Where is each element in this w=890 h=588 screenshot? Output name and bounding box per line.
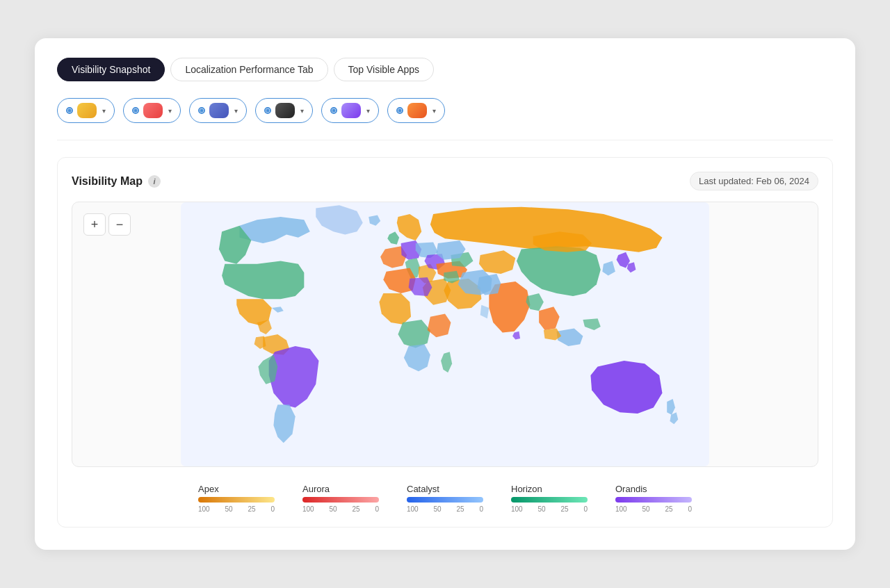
filter-row: ▾ ▾ ▾ ▾ ▾ ▾ [57,98,833,140]
filter-chevron-orandis: ▾ [366,107,370,115]
filter-chevron-horizon: ▾ [300,107,304,115]
filter-horizon[interactable]: ▾ [255,98,313,123]
legend-orandis-scale: 100 50 25 0 [615,505,692,513]
legend-orandis-name: Orandis [615,484,647,494]
filter-icon-extra [407,103,427,118]
legend-horizon: Horizon 100 50 25 0 [511,484,588,513]
map-header: Visibility Map i Last updated: Feb 06, 2… [72,172,818,190]
legend-apex: Apex 100 50 25 0 [198,484,275,513]
filter-icon-apex [77,103,97,118]
map-container: + − [72,202,818,467]
legend-catalyst-name: Catalyst [407,484,439,494]
main-card: Visibility Snapshot Localization Perform… [35,38,855,550]
filter-catalyst[interactable]: ▾ [189,98,247,123]
map-title-text: Visibility Map [72,175,143,188]
filter-dot-orandis [330,107,337,114]
legend-apex-scale: 100 50 25 0 [198,505,275,513]
zoom-in-button[interactable]: + [83,213,106,236]
legend-horizon-gradient [511,497,588,503]
filter-dot-horizon [264,107,271,114]
filter-dot-extra [396,107,403,114]
filter-dot-apex [66,107,73,114]
map-legend: Apex 100 50 25 0 Aurora 100 50 25 0 [72,478,818,513]
legend-horizon-scale: 100 50 25 0 [511,505,588,513]
filter-icon-horizon [275,103,295,118]
filter-apex[interactable]: ▾ [57,98,115,123]
map-section: Visibility Map i Last updated: Feb 06, 2… [57,157,833,528]
filter-dot-aurora [132,107,139,114]
filter-extra[interactable]: ▾ [387,98,445,123]
last-updated-badge: Last updated: Feb 06, 2024 [690,172,818,190]
legend-apex-gradient [198,497,275,503]
zoom-out-button[interactable]: − [108,213,131,236]
legend-orandis-gradient [615,497,692,503]
filter-icon-catalyst [209,103,229,118]
legend-catalyst-scale: 100 50 25 0 [407,505,483,513]
map-title-container: Visibility Map i [72,175,161,188]
filter-orandis[interactable]: ▾ [321,98,379,123]
legend-apex-name: Apex [198,484,219,494]
filter-dot-catalyst [198,107,205,114]
filter-chevron-catalyst: ▾ [234,107,238,115]
legend-horizon-name: Horizon [511,484,542,494]
filter-icon-aurora [143,103,163,118]
tab-visibility-snapshot[interactable]: Visibility Snapshot [57,58,165,81]
legend-aurora-gradient [302,497,379,503]
zoom-controls: + − [83,213,131,236]
filter-chevron-aurora: ▾ [168,107,172,115]
filter-icon-orandis [341,103,361,118]
tab-top-visible-apps[interactable]: Top Visible Apps [334,58,434,81]
world-map [72,202,818,466]
tab-localization-performance[interactable]: Localization Performance Tab [170,58,327,81]
filter-chevron-extra: ▾ [432,107,436,115]
filter-chevron-apex: ▾ [102,107,106,115]
legend-aurora-name: Aurora [302,484,330,494]
legend-aurora-scale: 100 50 25 0 [302,505,379,513]
filter-aurora[interactable]: ▾ [123,98,181,123]
legend-aurora: Aurora 100 50 25 0 [302,484,379,513]
info-icon[interactable]: i [148,175,161,188]
legend-catalyst: Catalyst 100 50 25 0 [407,484,483,513]
tab-bar: Visibility Snapshot Localization Perform… [57,58,833,81]
legend-catalyst-gradient [407,497,483,503]
legend-orandis: Orandis 100 50 25 0 [615,484,692,513]
